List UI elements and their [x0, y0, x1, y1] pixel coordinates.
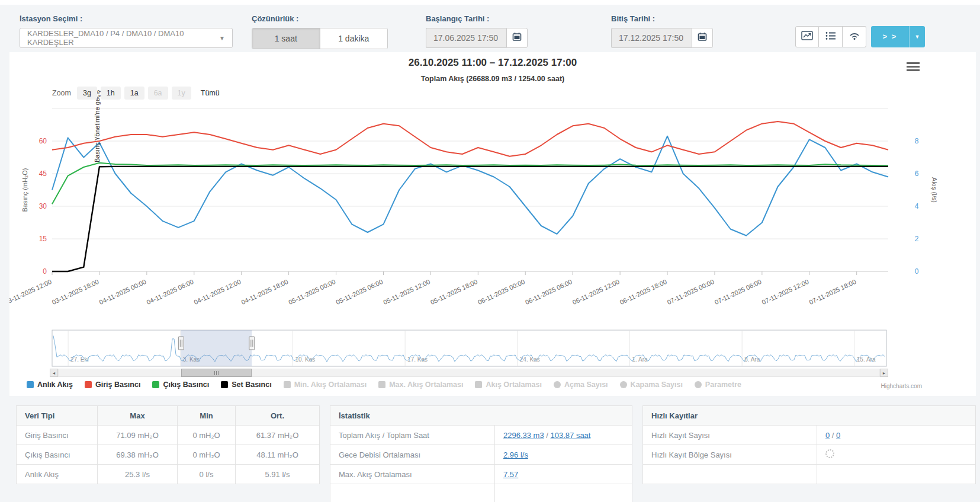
x-axis-tick-label: 04-11-2025 18:00 — [240, 278, 289, 306]
end-date-calendar-button[interactable] — [692, 28, 713, 48]
table-row: Giriş Basıncı71.09 mH₂O0 mH₂O61.37 mH₂O — [17, 426, 320, 445]
zoom-button-1h[interactable]: 1h — [101, 87, 121, 100]
resolution-option-1saat[interactable]: 1 saat — [252, 28, 320, 49]
legend-label: Giriş Basıncı — [95, 381, 140, 389]
column-header: Veri Tipi — [17, 406, 98, 426]
row-label: Anlık Akış — [17, 465, 98, 484]
zoom-button-3g[interactable]: 3g — [77, 87, 97, 100]
live-data-button[interactable] — [843, 26, 866, 47]
resolution-option-1dakika[interactable]: 1 dakika — [320, 28, 388, 49]
query-options-toggle[interactable]: ▼ — [909, 26, 925, 47]
zoom-button-6a: 6a — [148, 87, 168, 100]
chart-menu-button[interactable] — [907, 60, 920, 73]
panel-table: Hızlı KayıtlarHızlı Kayıt Sayısı0 / 0Hız… — [642, 405, 976, 484]
x-axis-tick-label: 05-11-2025 18:00 — [429, 278, 478, 306]
row-value: 61.37 mH₂O — [236, 426, 320, 445]
stat-link[interactable]: 0 — [836, 431, 840, 440]
row-label: Giriş Basıncı — [17, 426, 98, 445]
navigator-handle[interactable] — [249, 337, 255, 350]
query-split-button: > > ▼ — [871, 26, 925, 47]
y-left-tick-label: 45 — [39, 170, 47, 178]
chart-title: 26.10.2025 11:00 – 17.12.2025 17:00 — [9, 57, 976, 69]
chevron-down-icon: ▼ — [219, 35, 225, 41]
x-axis-tick-label: 07-11-2025 00:00 — [666, 278, 715, 306]
legend-swatch-icon — [475, 381, 482, 388]
legend-label: Parametre — [705, 381, 741, 389]
row-value: 48.11 mH₂O — [236, 445, 320, 465]
row-value — [817, 465, 976, 484]
y-right-tick-label: 6 — [915, 170, 919, 178]
station-select[interactable]: KARDESLER_DMA10 / P4 / DMA10 / DMA10 KAR… — [20, 28, 233, 48]
start-date-calendar-button[interactable] — [506, 28, 528, 48]
stat-link[interactable]: 2.96 l/s — [503, 450, 528, 459]
legend-item[interactable]: Çıkış Basıncı — [152, 381, 209, 389]
row-label — [643, 465, 817, 484]
calendar-icon — [512, 32, 522, 44]
table-row: Gece Debisi Ortalaması2.96 l/s — [330, 445, 632, 465]
zoom-button-tümü[interactable]: Tümü — [195, 87, 226, 100]
scrollbar-right-arrow[interactable]: ► — [880, 369, 888, 377]
stat-link[interactable]: 0 — [825, 431, 830, 440]
series-line — [52, 121, 888, 156]
legend-label: Min. Akış Ortalaması — [294, 381, 367, 389]
highcharts-credits[interactable]: Highcharts.com — [881, 383, 922, 389]
stat-link[interactable]: 103.87 saat — [551, 431, 591, 440]
list-view-button[interactable] — [819, 26, 843, 47]
stat-link[interactable]: 2296.33 m3 — [503, 431, 544, 440]
legend-item[interactable]: Max. Akış Ortalaması — [378, 381, 463, 389]
row-value: 7.57 — [495, 465, 632, 484]
zoom-button-1a[interactable]: 1a — [124, 87, 144, 100]
navigator-svg: 27. Eki3. Kas10. Kas17. Kas24. Kas1. Ara… — [9, 330, 976, 367]
row-value: 2.96 l/s — [495, 445, 632, 465]
query-go-button[interactable]: > > — [871, 26, 909, 47]
x-axis-tick-label: 04-11-2025 00:00 — [98, 278, 147, 306]
row-value: 5.91 l/s — [236, 465, 320, 484]
panel-title: Hızlı Kayıtlar — [643, 406, 976, 426]
hizli-panel: Hızlı KayıtlarHızlı Kayıt Sayısı0 / 0Hız… — [642, 405, 976, 484]
legend-swatch-icon — [221, 381, 228, 388]
scrollbar-left-arrow[interactable]: ◄ — [50, 369, 58, 377]
y-left-tick-label: 30 — [39, 202, 47, 210]
table-row: Toplam Akış / Toplam Saat2296.33 m3 / 10… — [330, 426, 632, 445]
x-axis-tick-label: 07-11-2025 18:00 — [808, 278, 857, 306]
panel-title: İstatistik — [330, 406, 632, 426]
panel-table: İstatistikToplam Akış / Toplam Saat2296.… — [330, 405, 632, 502]
end-date-block: Bitiş Tarihi : 17.12.2025 17:50 — [611, 14, 713, 48]
row-label — [330, 484, 495, 502]
chart-view-button[interactable] — [795, 26, 819, 47]
veri-panel: Veri TipiMaxMinOrt.Giriş Basıncı71.09 mH… — [16, 405, 320, 484]
legend-swatch-icon — [378, 381, 385, 388]
station-block: İstasyon Seçimi : KARDESLER_DMA10 / P4 /… — [20, 14, 233, 48]
table-row — [643, 465, 976, 484]
row-value: 0 mH₂O — [178, 445, 236, 465]
resolution-label: Çözünürlük : — [252, 14, 388, 23]
stat-link[interactable]: 7.57 — [503, 470, 518, 479]
end-date-input[interactable]: 17.12.2025 17:50 — [611, 28, 692, 48]
legend-item[interactable]: Anlık Akış — [27, 381, 73, 389]
legend-item[interactable]: Min. Akış Ortalaması — [284, 381, 367, 389]
row-label: Toplam Akış / Toplam Saat — [330, 426, 495, 445]
legend-item[interactable]: Akış Ortalaması — [475, 381, 542, 389]
x-axis-tick-label: 04-11-2025 12:00 — [192, 278, 242, 306]
y-left-tick-label: 0 — [43, 267, 47, 276]
row-value: 25.3 l/s — [98, 465, 178, 484]
row-label: Gece Debisi Ortalaması — [330, 445, 495, 465]
legend-item[interactable]: Giriş Basıncı — [85, 381, 140, 389]
x-axis-tick-label: 03-11-2025 18:00 — [51, 278, 100, 306]
column-header: Max — [98, 406, 178, 426]
x-axis-tick-label: 07-11-2025 12:00 — [761, 278, 810, 306]
start-date-input[interactable]: 17.06.2025 17:50 — [426, 28, 506, 48]
station-label: İstasyon Seçimi : — [20, 14, 233, 23]
legend-item[interactable]: Kapama Sayısı — [620, 381, 683, 389]
legend-item[interactable]: Açma Sayısı — [554, 381, 608, 389]
navigator-handle[interactable] — [178, 337, 184, 350]
row-value: 0 l/s — [178, 465, 236, 484]
legend-label: Set Basıncı — [232, 381, 271, 389]
summary-tables: Veri TipiMaxMinOrt.Giriş Basıncı71.09 mH… — [16, 405, 976, 502]
legend-item[interactable]: Set Basıncı — [221, 381, 271, 389]
row-value: 69.38 mH₂O — [98, 445, 178, 465]
y-right-tick-label: 8 — [915, 137, 919, 145]
navigator-selection[interactable] — [181, 330, 252, 366]
scrollbar-thumb[interactable] — [181, 369, 252, 377]
legend-item[interactable]: Parametre — [695, 381, 741, 389]
